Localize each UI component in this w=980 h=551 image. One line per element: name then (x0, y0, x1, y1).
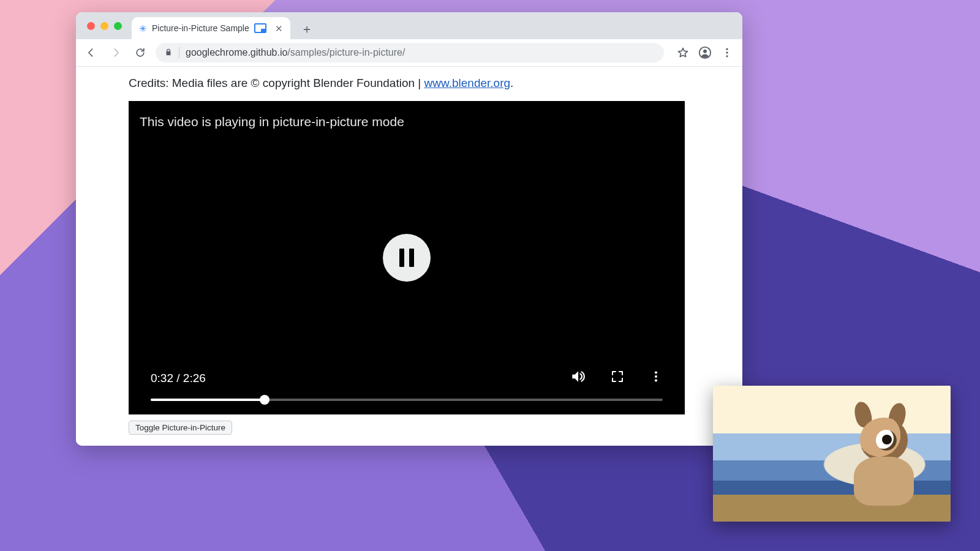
browser-toolbar: googlechrome.github.io/samples/picture-i… (76, 39, 742, 67)
video-volume-button[interactable] (570, 369, 586, 388)
window-zoom-button[interactable] (114, 22, 122, 30)
page-content: Credits: Media files are © copyright Ble… (129, 77, 685, 435)
video-pause-button[interactable] (383, 234, 431, 282)
video-time-display: 0:32 / 2:26 (151, 372, 206, 385)
pip-window[interactable] (713, 386, 951, 522)
more-vert-icon (721, 47, 733, 59)
arrow-right-icon (110, 47, 122, 59)
tab-favicon-icon: ✳︎ (139, 24, 147, 33)
video-controls: 0:32 / 2:26 (129, 369, 685, 414)
svg-point-7 (655, 379, 657, 381)
tab-pip-indicator-icon (254, 23, 266, 33)
svg-point-2 (726, 48, 728, 50)
credits-suffix: . (510, 77, 513, 89)
credits-link[interactable]: www.blender.org (424, 77, 510, 89)
nav-back-button[interactable] (82, 43, 100, 62)
tab-title: Picture-in-Picture Sample (152, 23, 249, 33)
tab-close-button[interactable]: ✕ (275, 24, 283, 33)
address-bar[interactable]: googlechrome.github.io/samples/picture-i… (156, 43, 664, 62)
video-progress-bar[interactable] (151, 399, 663, 401)
credits-line: Credits: Media files are © copyright Ble… (129, 77, 685, 90)
nav-reload-button[interactable] (131, 43, 149, 62)
bookmark-star-button[interactable] (674, 43, 692, 62)
arrow-left-icon (85, 47, 97, 59)
svg-point-3 (726, 51, 728, 53)
window-controls (83, 12, 128, 39)
profile-button[interactable] (696, 43, 714, 62)
nav-forward-button[interactable] (107, 43, 125, 62)
video-duration: 2:26 (183, 372, 206, 384)
video-more-button[interactable] (649, 370, 663, 386)
chrome-menu-button[interactable] (718, 43, 736, 62)
browser-tab[interactable]: ✳︎ Picture-in-Picture Sample ✕ (132, 17, 290, 39)
new-tab-button[interactable]: ＋ (296, 18, 317, 39)
account-circle-icon (698, 46, 712, 59)
url-text: googlechrome.github.io/samples/picture-i… (186, 47, 405, 58)
video-progress-filled (151, 399, 265, 401)
url-path: /samples/picture-in-picture/ (287, 47, 405, 58)
fullscreen-icon (610, 369, 625, 384)
toggle-pip-button[interactable]: Toggle Picture-in-Picture (129, 421, 232, 435)
svg-point-5 (655, 372, 657, 374)
desktop-wallpaper: ✳︎ Picture-in-Picture Sample ✕ ＋ (0, 0, 980, 551)
video-player[interactable]: This video is playing in picture-in-pict… (129, 101, 685, 414)
browser-window: ✳︎ Picture-in-Picture Sample ✕ ＋ (76, 12, 742, 446)
lock-icon (164, 48, 173, 58)
video-fullscreen-button[interactable] (610, 369, 625, 387)
pause-icon (399, 249, 414, 267)
video-overlay-text: This video is playing in picture-in-pict… (140, 114, 404, 129)
svg-point-4 (726, 55, 728, 57)
video-time-separator: / (173, 372, 183, 384)
reload-icon (134, 47, 146, 59)
pip-video-frame (839, 404, 925, 502)
more-vert-icon (649, 370, 663, 383)
omnibox-separator (179, 47, 179, 58)
credits-prefix: Credits: Media files are © copyright Ble… (129, 77, 424, 89)
page-viewport: Credits: Media files are © copyright Ble… (76, 67, 742, 446)
toolbar-right (674, 43, 736, 62)
video-progress-thumb[interactable] (260, 395, 270, 405)
window-minimize-button[interactable] (100, 22, 108, 30)
window-close-button[interactable] (87, 22, 95, 30)
svg-point-6 (655, 375, 657, 378)
url-host: googlechrome.github.io (186, 47, 287, 58)
video-current-time: 0:32 (151, 372, 173, 384)
volume-icon (570, 369, 586, 384)
tab-strip: ✳︎ Picture-in-Picture Sample ✕ ＋ (76, 12, 742, 39)
star-icon (677, 47, 689, 59)
svg-point-1 (703, 50, 707, 53)
